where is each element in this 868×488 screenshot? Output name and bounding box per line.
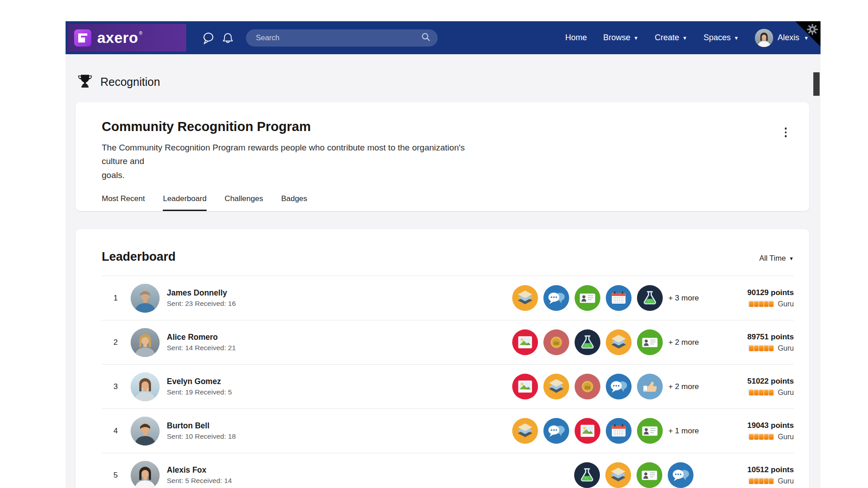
badge-photo-icon[interactable]	[575, 418, 600, 444]
level-label: Guru	[778, 433, 794, 441]
page-header: Recognition	[66, 54, 821, 90]
user-menu[interactable]: Alexis▼	[755, 29, 809, 47]
tab-badges[interactable]: Badges	[281, 194, 307, 211]
member-stats: Sent: 23 Received: 16	[167, 300, 236, 308]
leaderboard-row: 3 Evelyn Gomez Sent: 19 Received: 5 + 2 …	[102, 364, 794, 408]
nav-item-browse[interactable]: Browse▼	[603, 33, 638, 42]
badge-layers-icon[interactable]	[606, 329, 632, 355]
level-meter	[748, 345, 774, 352]
badge-id-card-icon[interactable]	[575, 285, 600, 311]
badge-flask-icon[interactable]	[575, 329, 600, 355]
member-name[interactable]: James Donnelly	[167, 288, 236, 298]
rank-number: 5	[102, 471, 127, 480]
badge-layers-icon[interactable]	[512, 418, 538, 444]
badge-gold-medal-icon[interactable]	[543, 329, 569, 355]
member-stats: Sent: 10 Received: 18	[167, 432, 236, 441]
badge-photo-icon[interactable]	[512, 374, 538, 399]
points-value: 10512 points	[699, 465, 794, 474]
chevron-down-icon: ▼	[633, 36, 638, 41]
avatar[interactable]	[131, 284, 160, 313]
leaderboard-rows: 1 James Donnelly Sent: 23 Received: 16 +…	[102, 276, 794, 488]
badge-photo-icon[interactable]	[512, 329, 538, 355]
scrollbar-thumb[interactable]	[813, 72, 820, 96]
member-stats: Sent: 19 Received: 5	[167, 388, 232, 396]
badge-thumbs-up-icon[interactable]	[637, 374, 663, 399]
member-stats: Sent: 5 Received: 14	[167, 477, 232, 485]
tab-leaderboard[interactable]: Leaderboard	[163, 194, 206, 211]
avatar[interactable]	[131, 372, 160, 401]
leaderboard-row: 1 James Donnelly Sent: 23 Received: 16 +…	[102, 276, 794, 320]
program-description: The Community Recognition Program reward…	[102, 141, 468, 182]
badge-chat-bubbles-icon[interactable]	[606, 374, 632, 399]
settings-gear-icon	[807, 23, 818, 35]
nav-item-create[interactable]: Create▼	[655, 33, 687, 42]
page-title: Recognition	[100, 75, 160, 89]
badge-list	[512, 374, 663, 399]
level-meter	[748, 433, 774, 440]
more-badges-label[interactable]: + 3 more	[668, 294, 699, 303]
nav-item-home[interactable]: Home	[565, 33, 587, 42]
badge-chat-bubbles-icon[interactable]	[543, 285, 569, 311]
more-badges-label[interactable]: + 1 more	[668, 427, 699, 436]
badge-list	[512, 285, 663, 311]
tab-challenges[interactable]: Challenges	[225, 194, 263, 211]
level-label: Guru	[778, 477, 794, 485]
points-value: 19043 points	[699, 421, 794, 430]
rank-number: 1	[102, 294, 127, 303]
badge-flask-icon[interactable]	[637, 285, 663, 311]
search-bar[interactable]	[246, 29, 438, 47]
search-icon[interactable]	[420, 32, 431, 44]
level-label: Guru	[778, 389, 794, 397]
nav-item-spaces[interactable]: Spaces▼	[703, 33, 739, 42]
avatar[interactable]	[131, 461, 160, 488]
level-label: Guru	[778, 300, 794, 308]
top-navbar: axero® Home Browse▼ Create▼	[66, 21, 821, 54]
badge-flask-icon[interactable]	[574, 462, 600, 488]
program-title: Community Recognition Program	[102, 102, 794, 134]
chevron-down-icon: ▼	[804, 36, 809, 41]
leaderboard-row: 4 Burton Bell Sent: 10 Received: 18 + 1 …	[102, 408, 794, 453]
badge-list	[574, 462, 693, 488]
avatar[interactable]	[131, 328, 160, 357]
badge-id-card-icon[interactable]	[637, 418, 663, 444]
badge-chat-bubbles-icon[interactable]	[668, 462, 693, 488]
chevron-down-icon: ▼	[734, 36, 739, 41]
rank-number: 2	[102, 338, 127, 347]
member-name[interactable]: Evelyn Gomez	[167, 377, 232, 386]
badge-layers-icon[interactable]	[605, 462, 631, 488]
nav-links: Home Browse▼ Create▼ Spaces▼ Alexis▼	[565, 29, 821, 47]
notifications-icon[interactable]	[222, 31, 234, 45]
leaderboard-title: Leaderboard	[102, 250, 176, 264]
points-value: 90129 points	[699, 288, 794, 297]
leaderboard-card: Leaderboard All Time ▼ 1 James Donnelly …	[75, 229, 809, 488]
badge-layers-icon[interactable]	[512, 285, 538, 311]
program-card: Community Recognition Program The Commun…	[75, 102, 809, 211]
member-stats: Sent: 14 Received: 21	[167, 344, 236, 352]
badge-list	[512, 418, 663, 444]
kebab-menu-icon[interactable]	[783, 126, 789, 139]
page-content: Recognition Community Recognition Progra…	[66, 54, 821, 488]
more-badges-label[interactable]: + 2 more	[668, 382, 699, 391]
time-filter-dropdown[interactable]: All Time ▼	[759, 254, 794, 263]
member-name[interactable]: Alexis Fox	[167, 465, 232, 475]
search-input[interactable]	[255, 33, 420, 42]
more-badges-label[interactable]: + 2 more	[668, 338, 699, 347]
rank-number: 4	[102, 427, 127, 436]
brand-logo[interactable]: axero®	[68, 24, 186, 52]
badge-layers-icon[interactable]	[543, 374, 569, 399]
axero-logo-icon	[74, 29, 91, 47]
badge-calendar-icon[interactable]	[606, 285, 632, 311]
messages-icon[interactable]	[202, 31, 215, 45]
tab-most-recent[interactable]: Most Recent	[102, 194, 145, 211]
badge-id-card-icon[interactable]	[637, 329, 663, 355]
badge-gold-medal-icon[interactable]	[575, 374, 600, 399]
program-tabs: Most Recent Leaderboard Challenges Badge…	[102, 194, 794, 211]
member-name[interactable]: Burton Bell	[167, 421, 236, 431]
chevron-down-icon: ▼	[682, 36, 687, 41]
member-name[interactable]: Alice Romero	[167, 333, 236, 342]
badge-id-card-icon[interactable]	[637, 462, 662, 488]
badge-calendar-icon[interactable]	[606, 418, 632, 444]
avatar[interactable]	[131, 417, 160, 446]
chevron-down-icon: ▼	[789, 256, 794, 261]
badge-chat-bubbles-icon[interactable]	[543, 418, 569, 444]
